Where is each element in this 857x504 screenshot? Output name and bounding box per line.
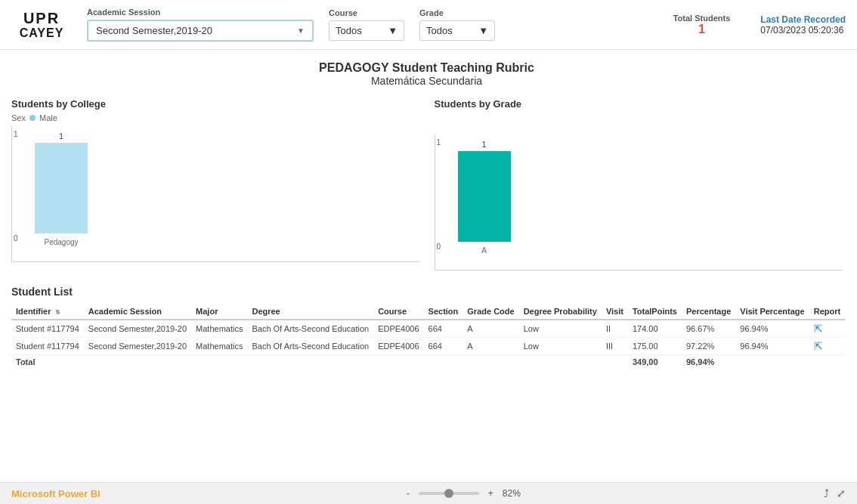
col-percentage: Percentage (682, 304, 735, 320)
cell-identifier-2: Student #117794 (11, 338, 84, 355)
report-icon-1[interactable]: ⇱ (814, 323, 823, 335)
cell-degree-prob-2: Low (519, 338, 602, 355)
report-icon-2[interactable]: ⇱ (814, 340, 823, 352)
sort-icon: ⇅ (55, 309, 60, 316)
total-students-group: Total Students 1 (673, 14, 731, 36)
cell-report-2[interactable]: ⇱ (809, 338, 845, 355)
powerbi-link[interactable]: Microsoft Power BI (11, 488, 101, 499)
zoom-slider-thumb (444, 489, 453, 498)
grade-bar-group: 1 A (458, 141, 511, 255)
cell-major-1: Mathematics (191, 320, 247, 338)
cell-identifier-1: Student #117794 (11, 320, 84, 338)
course-value: Todos (336, 25, 362, 36)
zoom-slider[interactable] (419, 492, 479, 495)
footer: Microsoft Power BI - + 82% ⤴ ⤢ (0, 482, 857, 504)
academic-session-label: Academic Session (87, 8, 314, 17)
col-major: Major (191, 304, 247, 320)
sex-label: Sex (11, 113, 26, 122)
grade-dropdown[interactable]: Todos ▼ (419, 20, 495, 41)
total-empty-8 (602, 355, 628, 369)
chevron-down-icon: ▼ (297, 26, 305, 35)
content-area: PEDAGOGY Student Teaching Rubric Matemát… (0, 50, 857, 482)
course-label: Course (329, 8, 404, 17)
cell-grade-code-1: A (463, 320, 518, 338)
page-title: PEDAGOGY Student Teaching Rubric Matemát… (11, 61, 842, 87)
chart-college-legend: Sex Male (11, 113, 419, 122)
cell-grade-code-2: A (463, 338, 518, 355)
zoom-plus-button[interactable]: + (485, 488, 497, 499)
grade-y-max: 1 (437, 138, 441, 147)
cell-section-1: 664 (424, 320, 463, 338)
col-academic-session: Academic Session (84, 304, 191, 320)
total-empty-9 (735, 355, 809, 369)
page-title-sub: Matemática Secundaria (11, 75, 842, 87)
col-course: Course (373, 304, 423, 320)
student-list-section: Student List Identifier ⇅ Academic Sessi… (11, 286, 842, 369)
grade-bar-x-label: A (481, 246, 487, 255)
student-list-title: Student List (11, 286, 842, 298)
total-empty-3 (247, 355, 373, 369)
footer-icons: ⤴ ⤢ (824, 487, 846, 499)
zoom-value: 82% (503, 488, 521, 499)
cell-section-2: 664 (424, 338, 463, 355)
chart-grade-title: Students by Grade (435, 98, 843, 110)
cell-degree-1: Bach Of Arts-Second Education (247, 320, 373, 338)
total-students-label: Total Students (673, 14, 731, 23)
charts-row: Students by College Sex Male 1 0 1 (11, 98, 842, 271)
grade-bar-chart: 1 0 1 A (435, 135, 843, 271)
course-group: Course Todos ▼ (329, 8, 404, 41)
grade-bars-area: 1 A (458, 142, 835, 255)
cell-visit-pct-1: 96.94% (735, 320, 809, 338)
cell-total-points-1: 174.00 (628, 320, 682, 338)
total-empty-1 (84, 355, 191, 369)
college-bar-group: 1 Pedagogy (35, 132, 88, 246)
table-total-row: Total 349,00 96,94% (11, 355, 845, 369)
cell-major-2: Mathematics (191, 338, 247, 355)
cell-degree-prob-1: Low (519, 320, 602, 338)
main-container: UPR CAYEY Academic Session Second Semest… (0, 0, 857, 504)
total-empty-6 (463, 355, 518, 369)
chart-by-grade: Students by Grade 1 0 1 A (435, 98, 843, 271)
col-grade-code: Grade Code (463, 304, 518, 320)
table-header-row: Identifier ⇅ Academic Session Major Degr… (11, 304, 845, 320)
total-percentage: 96,94% (682, 355, 735, 369)
col-identifier: Identifier ⇅ (11, 304, 84, 320)
cell-visit-pct-2: 96.94% (735, 338, 809, 355)
total-label: Total (11, 355, 84, 369)
cell-visit-1: II (602, 320, 628, 338)
academic-session-dropdown[interactable]: Second Semester,2019-20 ▼ (87, 20, 314, 42)
grade-y-axis: 1 0 (435, 135, 443, 255)
col-section: Section (424, 304, 463, 320)
grade-bar (458, 151, 511, 242)
y-max-label: 1 (14, 130, 18, 138)
last-date-group: Last Date Recorded 07/03/2023 05:20:36 (760, 14, 846, 36)
last-date-value: 07/03/2023 05:20:36 (760, 25, 843, 36)
academic-session-group: Academic Session Second Semester,2019-20… (87, 8, 314, 42)
male-legend-dot (29, 115, 36, 121)
grade-chevron-icon: ▼ (478, 25, 488, 36)
total-students-value: 1 (698, 23, 705, 36)
cell-degree-2: Bach Of Arts-Second Education (247, 338, 373, 355)
share-icon[interactable]: ⤴ (824, 487, 829, 499)
grade-group: Grade Todos ▼ (419, 8, 495, 41)
college-bars-area: 1 Pedagogy (35, 134, 412, 246)
cell-report-1[interactable]: ⇱ (809, 320, 845, 338)
student-table: Identifier ⇅ Academic Session Major Degr… (11, 304, 845, 369)
col-degree-probability: Degree Probability (519, 304, 602, 320)
college-bar-chart: 1 0 1 Pedagogy (11, 126, 419, 262)
cell-course-1: EDPE4006 (373, 320, 423, 338)
grade-y-min: 0 (437, 243, 441, 251)
logo-top: UPR (23, 10, 60, 26)
zoom-minus-button[interactable]: - (404, 488, 413, 499)
expand-icon[interactable]: ⤢ (837, 487, 846, 499)
logo-bottom: CAYEY (20, 26, 64, 40)
table-row: Student #117794 Second Semester,2019-20 … (11, 320, 845, 338)
grade-value: Todos (426, 25, 453, 36)
college-bar-x-label: Pedagogy (44, 238, 78, 246)
total-empty-4 (373, 355, 423, 369)
total-empty-5 (424, 355, 463, 369)
chart-by-college: Students by College Sex Male 1 0 1 (11, 98, 419, 271)
grade-label: Grade (419, 8, 495, 17)
course-dropdown[interactable]: Todos ▼ (329, 20, 404, 41)
col-degree: Degree (247, 304, 373, 320)
